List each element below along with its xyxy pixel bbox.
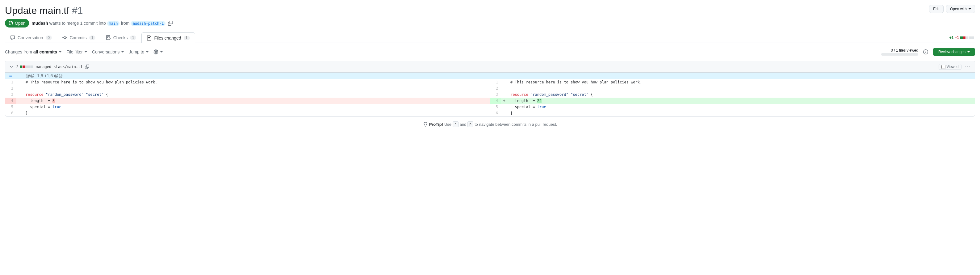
code-content: special = true — [507, 104, 975, 110]
code-content: # This resource here is to show you how … — [507, 79, 975, 85]
diff-marker — [16, 91, 22, 98]
open-with-button[interactable]: Open with — [946, 5, 975, 13]
changes-value: all commits — [33, 50, 57, 54]
line-number[interactable]: 1 — [5, 79, 16, 85]
commit-icon — [62, 35, 67, 40]
viewed-checkbox-input[interactable] — [942, 65, 945, 69]
info-icon[interactable] — [923, 50, 928, 54]
protip-text2: and — [460, 122, 466, 127]
caret-down-icon — [160, 51, 163, 53]
protip: ProTip! Use n and p to navigate between … — [5, 122, 975, 127]
changes-prefix: Changes from — [5, 50, 32, 54]
review-changes-label: Review changes — [938, 50, 966, 54]
edit-button[interactable]: Edit — [929, 5, 943, 13]
hunk-text: @@ -1,6 +1,6 @@ — [22, 73, 975, 79]
diff-line: 2 — [490, 85, 975, 91]
caret-down-icon — [969, 8, 971, 10]
diff-marker — [16, 79, 22, 85]
diff-marker — [16, 110, 22, 116]
viewed-progress: 0 / 1 files viewed — [881, 48, 918, 56]
diff-line: 3resource "random_password" "secret" { — [490, 91, 975, 98]
file-filter-label: File filter — [66, 50, 83, 54]
diff-line: 5 special = true — [5, 104, 490, 110]
line-number[interactable]: 4 — [490, 98, 501, 104]
line-number[interactable]: 3 — [490, 91, 501, 98]
tab-files-changed[interactable]: Files changed 1 — [142, 32, 195, 43]
file-path[interactable]: managed-stack/main.tf — [36, 65, 83, 69]
diff-marker — [16, 104, 22, 110]
changes-from-filter[interactable]: Changes from all commits — [5, 50, 62, 54]
diff-marker — [501, 104, 507, 110]
line-number[interactable]: 6 — [5, 110, 16, 116]
head-branch[interactable]: mudash-patch-1 — [130, 21, 165, 26]
file-filter[interactable]: File filter — [66, 50, 87, 54]
tab-checks-count: 1 — [130, 35, 136, 40]
line-number[interactable]: 5 — [490, 104, 501, 110]
line-number[interactable]: 3 — [5, 91, 16, 98]
caret-down-icon — [59, 51, 62, 53]
tab-files-count: 1 — [184, 36, 190, 40]
protip-text1: Use — [444, 122, 452, 127]
caret-down-icon — [121, 51, 124, 53]
kebab-menu-icon[interactable]: ··· — [965, 64, 971, 70]
copy-icon[interactable] — [85, 65, 89, 69]
hunk-header: @@ -1,6 +1,6 @@ — [16, 73, 975, 79]
pr-title-text: Update main.tf — [5, 5, 69, 16]
expand-hunk-button[interactable] — [5, 73, 16, 79]
tab-conversation[interactable]: Conversation 0 — [5, 32, 57, 43]
viewed-label: Viewed — [947, 65, 959, 69]
pr-number: #1 — [72, 5, 83, 16]
code-content: length = 8 — [22, 98, 490, 104]
jump-to-filter[interactable]: Jump to — [129, 50, 148, 54]
chevron-down-icon[interactable] — [9, 64, 14, 69]
viewed-checkbox[interactable]: Viewed — [939, 64, 961, 70]
line-number[interactable]: 6 — [490, 110, 501, 116]
progress-bar — [881, 53, 918, 56]
pr-title: Update main.tf #1 — [5, 5, 83, 16]
line-number[interactable]: 4 — [5, 98, 16, 104]
viewed-text: 0 / 1 files viewed — [881, 48, 918, 53]
base-branch[interactable]: main — [107, 21, 120, 26]
tab-commits[interactable]: Commits 1 — [57, 32, 101, 43]
diff-marker — [501, 85, 507, 91]
diff-line: 1# This resource here is to show you how… — [490, 79, 975, 85]
jump-to-label: Jump to — [129, 50, 144, 54]
diff-left-side: 1# This resource here is to show you how… — [5, 79, 490, 116]
state-label: Open — [15, 21, 25, 26]
author-link[interactable]: mudash — [32, 21, 48, 26]
line-number[interactable]: 2 — [490, 85, 501, 91]
tab-files-label: Files changed — [154, 35, 181, 40]
deletions-count: −1 — [955, 35, 959, 40]
line-number[interactable]: 5 — [5, 104, 16, 110]
diff-line: 5 special = true — [490, 104, 975, 110]
diff-line: 6} — [5, 110, 490, 116]
kbd-p: p — [468, 122, 473, 127]
tab-checks[interactable]: Checks 1 — [101, 32, 142, 43]
caret-down-icon — [967, 51, 970, 53]
diff-line: 6} — [490, 110, 975, 116]
conversations-filter[interactable]: Conversations — [92, 50, 124, 54]
file-diff: 2 managed-stack/main.tf Viewed ··· — [5, 61, 975, 117]
tab-commits-count: 1 — [89, 35, 95, 40]
review-changes-button[interactable]: Review changes — [933, 48, 975, 56]
tab-commits-label: Commits — [70, 35, 87, 40]
line-number[interactable]: 2 — [5, 85, 16, 91]
file-diffstat: 2 — [16, 65, 33, 69]
conversations-label: Conversations — [92, 50, 120, 54]
line-number[interactable]: 1 — [490, 79, 501, 85]
file-diff-icon — [147, 35, 151, 40]
kbd-n: n — [453, 122, 458, 127]
overall-diffstat: +1 −1 — [950, 35, 975, 40]
diff-marker: + — [501, 98, 507, 104]
lightbulb-icon — [423, 122, 428, 127]
copy-icon[interactable] — [168, 21, 173, 26]
checklist-icon — [106, 35, 111, 40]
diff-line: 1# This resource here is to show you how… — [5, 79, 490, 85]
code-content: } — [22, 110, 490, 116]
code-content: special = true — [22, 104, 490, 110]
diff-marker — [501, 91, 507, 98]
diff-settings[interactable] — [153, 50, 163, 54]
code-content: resource "random_password" "secret" { — [22, 91, 490, 98]
caret-down-icon — [146, 51, 148, 53]
tab-conversation-label: Conversation — [18, 35, 43, 40]
